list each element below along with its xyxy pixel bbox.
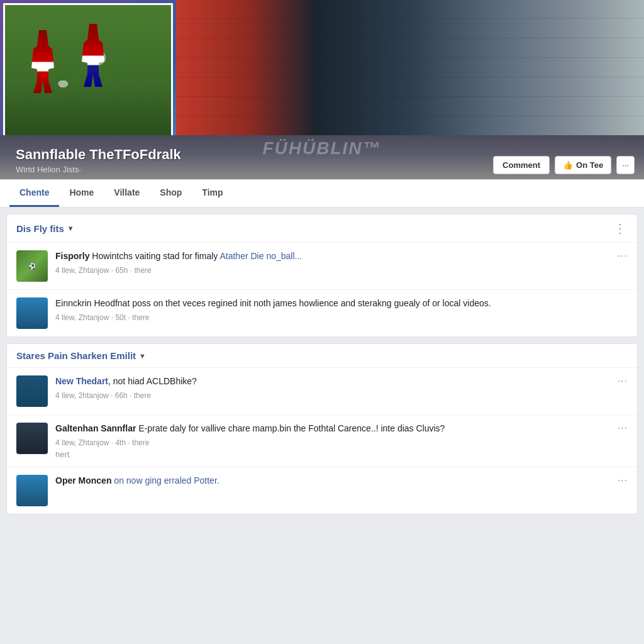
tab-chente[interactable]: Chente [9,180,59,207]
more-button[interactable]: ··· [616,156,635,174]
post-item: Oper Moncen on now ging erraled Potter. … [7,467,637,514]
feed-section-2: Stares Pain Sharken Emilit ▼ New Thedart… [6,343,638,514]
section-2-header: Stares Pain Sharken Emilit ▼ [7,344,637,368]
post-author[interactable]: Galtenhan [55,423,98,433]
post-text: New Thedart, not hiad ACLDBhike? [55,375,610,388]
post-item: New Thedart, not hiad ACLDBhike? 4 llew,… [7,368,637,415]
post-item: ⚽ Fisporly Howintchs vaiting stad for fi… [7,243,637,290]
tab-villate[interactable]: Villate [104,180,150,207]
post-content: New Thedart, not hiad ACLDBhike? 4 llew,… [55,375,610,407]
post-body-text: E-prate daly for vallive chare mamp.bin … [136,423,445,433]
profile-subtitle: Wirtd Helion Jists· [16,165,493,174]
post-link[interactable]: Atather Die no_ball... [219,251,302,261]
players-image [5,5,171,135]
post-meta: 4 llew, 2htanjow · 66h · there [55,391,610,400]
thumb-icon: 👍 [563,160,573,170]
post-author[interactable]: Fisporly [55,251,89,261]
nav-tabs: Chente Home Villate Shop Timp [0,179,644,207]
post-body-text: on now ging erraled Potter. [111,475,219,486]
section-2-title[interactable]: Stares Pain Sharken Emilit ▼ [16,350,146,361]
player1-silhouette [24,30,62,93]
player2-silhouette [74,24,112,87]
post-menu-icon[interactable]: ··· [618,423,628,434]
avatar-person [16,423,48,454]
post-author[interactable]: New Thedart [55,376,108,386]
post-meta: 4 llew, Zhtanjow · 65h · there [55,266,610,275]
post-text: Galtenhan Sannflar E-prate daly for vall… [55,423,610,435]
chevron-down-icon: ▼ [67,225,74,232]
section-1-title[interactable]: Dis Fly fits ▼ [16,223,74,234]
post-text: Fisporly Howintchs vaiting stad for fima… [55,250,610,263]
main-content: Dis Fly fits ▼ ⋮ ⚽ Fisporly Howintchs va… [0,214,644,514]
crowd-image [176,0,644,135]
post-item: Galtenhan Sannflar E-prate daly for vall… [7,415,637,467]
avatar [16,297,48,329]
post-reply: hert [55,450,610,459]
profile-actions: Comment 👍 On Tee ··· [493,156,635,179]
post-content: Oper Moncen on now ging erraled Potter. [55,475,610,506]
post-item: Einnckrin Heodfnat poss on thet veces re… [7,290,637,336]
avatar [16,423,48,454]
tab-shop[interactable]: Shop [150,180,192,207]
post-content: Fisporly Howintchs vaiting stad for fima… [55,250,610,282]
avatar-soccer: ⚽ [16,250,48,282]
avatar [16,475,48,506]
post-meta: 4 llew, Zhtanjow · 50t · there [55,313,628,322]
section-2-title-text: Stares Pain Sharken Emilit [16,350,136,361]
cover-photo [0,0,644,135]
post-body-text: , not hiad ACLDBhike? [108,376,197,386]
cover-area: FÜHÜBLIN™ Sannflable TheTFoFdralk Wirtd … [0,0,644,208]
avatar-person [16,475,48,506]
post-text: Oper Moncen on now ging erraled Potter. [55,475,610,487]
avatar: ⚽ [16,250,48,282]
tab-home[interactable]: Home [59,180,104,207]
post-text: Einnckrin Heodfnat poss on thet veces re… [55,297,628,310]
avatar [16,375,48,407]
post-author2[interactable]: Sannflar [98,423,136,433]
avatar-person [16,375,48,407]
profile-bar: FÜHÜBLIN™ Sannflable TheTFoFdralk Wirtd … [0,135,644,179]
comment-button[interactable]: Comment [493,156,550,174]
section-1-title-text: Dis Fly fits [16,223,64,234]
post-content: Einnckrin Heodfnat poss on thet veces re… [55,297,628,329]
post-menu-icon[interactable]: ··· [618,250,628,262]
on-tee-label: On Tee [576,160,603,170]
post-menu-icon[interactable]: ··· [618,475,628,486]
feed-section-1: Dis Fly fits ▼ ⋮ ⚽ Fisporly Howintchs va… [6,214,638,337]
tab-timp[interactable]: Timp [192,180,233,207]
section-1-header: Dis Fly fits ▼ ⋮ [7,214,637,243]
brand-overlay: FÜHÜBLIN™ [262,138,381,158]
cover-photo-right [176,0,644,135]
chevron-down-icon: ▼ [139,352,146,360]
post-meta: 4 llew, Zhtanjow · 4th · there [55,438,610,447]
profile-name-area: Sannflable TheTFoFdralk Wirtd Helion Jis… [9,147,493,174]
post-body-text: Howintchs vaiting stad for fimaly [89,251,219,261]
post-menu-icon[interactable]: ··· [618,375,628,387]
on-tee-button[interactable]: 👍 On Tee [555,156,611,174]
post-content: Galtenhan Sannflar E-prate daly for vall… [55,423,610,459]
avatar-person [16,297,48,329]
cover-photo-left [3,3,173,135]
section-1-menu-icon[interactable]: ⋮ [614,221,628,236]
post-author[interactable]: Oper Moncen [55,475,111,486]
profile-name: Sannflable TheTFoFdralk [16,147,493,163]
